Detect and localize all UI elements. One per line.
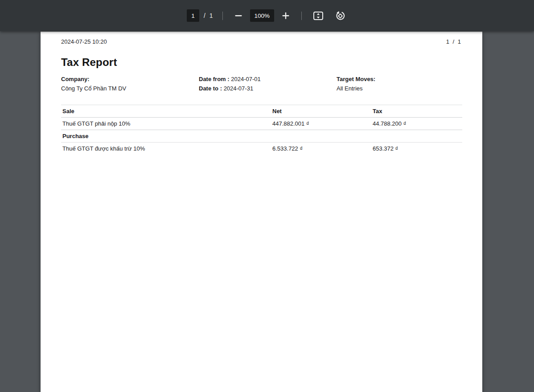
report-title: Tax Report [61, 56, 462, 69]
report-meta: Company: Công Ty Cổ Phần TM DV Date from… [61, 74, 462, 93]
section-label: Purchase [61, 130, 462, 143]
tax-line-tax: 653.372 ₫ [371, 143, 462, 155]
date-to-value: 2024-07-31 [224, 85, 254, 92]
print-timestamp: 2024-07-25 10:20 [61, 38, 107, 45]
tax-line-tax: 44.788.200 ₫ [371, 118, 462, 130]
column-header-net: Net [271, 105, 371, 118]
page-divider: / [204, 12, 205, 19]
document-header: 2024-07-25 10:20 1 / 1 [61, 38, 462, 45]
tax-line-label: Thuế GTGT được khấu trừ 10% [61, 143, 271, 155]
toolbar-separator [301, 12, 302, 20]
zoom-out-button[interactable] [232, 9, 245, 22]
meta-company: Company: Công Ty Cổ Phần TM DV [61, 74, 199, 93]
table-section-row: Purchase [61, 130, 462, 143]
page-number-input[interactable] [187, 9, 199, 22]
tax-report-table: Sale Net Tax Thuế GTGT phải nộp 10% 447.… [61, 105, 462, 155]
fit-page-icon [313, 11, 324, 20]
date-to-label: Date to : [199, 85, 222, 92]
company-value: Công Ty Cổ Phần TM DV [61, 85, 126, 92]
rotate-button[interactable] [333, 9, 347, 23]
tax-line-net: 447.882.001 ₫ [271, 118, 371, 130]
minus-icon [234, 11, 243, 20]
toolbar-separator [222, 12, 223, 20]
company-label: Company: [61, 76, 90, 82]
table-row: Thuế GTGT được khấu trừ 10% 6.533.722 ₫ … [61, 143, 462, 155]
rotate-counterclockwise-icon [335, 11, 345, 21]
table-header-row: Sale Net Tax [61, 105, 462, 118]
pdf-toolbar: / 1 100% [0, 0, 534, 31]
document-page-indicator: 1 / 1 [446, 38, 462, 45]
pdf-viewer: { "viewer": { "toolbar": { "current_page… [0, 0, 534, 392]
plus-icon [281, 11, 290, 20]
date-from-value: 2024-07-01 [231, 76, 261, 82]
zoom-in-button[interactable] [279, 9, 292, 22]
zoom-level-value: 100% [255, 12, 270, 19]
target-moves-value: All Entries [337, 85, 363, 92]
fit-page-button[interactable] [311, 9, 325, 22]
meta-target-moves: Target Moves: All Entries [337, 74, 462, 93]
table-row: Thuế GTGT phải nộp 10% 447.882.001 ₫ 44.… [61, 118, 462, 130]
pdf-page: 2024-07-25 10:20 1 / 1 Tax Report Compan… [41, 32, 482, 392]
date-from-label: Date from : [199, 76, 230, 82]
column-header-tax: Tax [371, 105, 462, 118]
report-document: 2024-07-25 10:20 1 / 1 Tax Report Compan… [61, 32, 462, 155]
target-moves-label: Target Moves: [337, 76, 375, 82]
tax-line-label: Thuế GTGT phải nộp 10% [61, 118, 271, 130]
meta-dates: Date from : 2024-07-01 Date to : 2024-07… [199, 74, 337, 93]
tax-line-net: 6.533.722 ₫ [271, 143, 371, 155]
page-total: 1 [209, 12, 213, 19]
toolbar-controls: / 1 100% [187, 9, 347, 23]
zoom-level-select[interactable]: 100% [250, 9, 275, 22]
column-header-sale: Sale [61, 105, 271, 118]
